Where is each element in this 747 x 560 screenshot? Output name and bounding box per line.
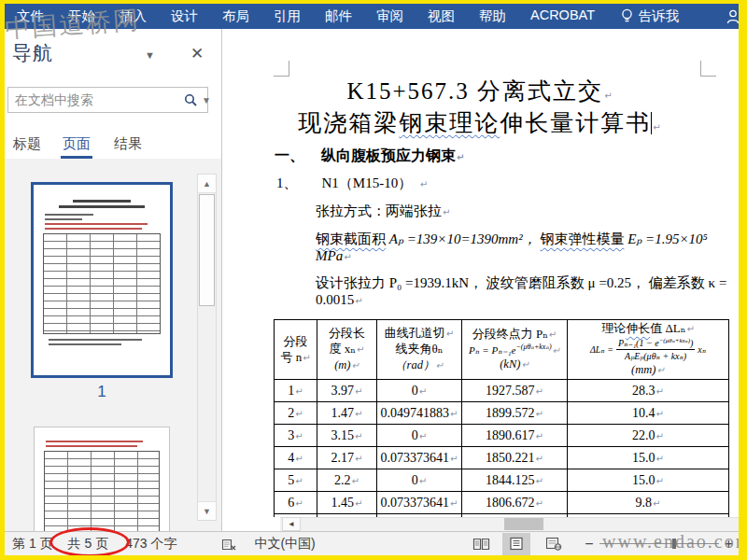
doc-line-tension-method: 张拉方式：两端张拉↵ (316, 203, 739, 220)
table-cell: 9.8↵ (568, 492, 729, 514)
table-cell: 4↵ (275, 447, 317, 469)
hscroll-left-arrow-icon[interactable]: ◄ (282, 517, 301, 531)
doc-title-line2: 现浇箱梁钢束理论伸长量计算书↵ (222, 107, 739, 138)
nav-tab-results[interactable]: 结果 (114, 135, 142, 153)
table-row: 1↵3.97↵0↵1927.587↵28.3↵ (275, 380, 729, 402)
doc-line-design-force: 设计张拉力 P₀ =1939.1kN， 波纹管磨阻系数 μ =0.25， 偏差系… (316, 274, 739, 308)
web-layout-view-button[interactable] (540, 533, 568, 555)
zoom-slider[interactable] (599, 543, 719, 544)
tell-me-button[interactable]: 告诉我 (612, 7, 689, 25)
table-cell: 5↵ (275, 469, 317, 492)
doc-item-n1: 1、N1（M15-10） ↵ (276, 175, 739, 192)
word-window: 文件开始插入设计布局引用邮件审阅视图帮助ACROBAT 告诉我 导航 (0, 0, 747, 560)
nav-scroll-thumb[interactable] (199, 194, 215, 306)
table-cell: 0.049741883↵ (377, 402, 462, 425)
table-cell: 22.0↵ (568, 425, 729, 447)
table-cell: 2.17↵ (317, 447, 377, 469)
navigation-pane: 导航 ▼ ✕ ▼ 标题 页面 结果 (5, 29, 222, 531)
table-cell: 1↵ (275, 380, 317, 402)
nav-tab-pages[interactable]: 页面 (63, 135, 91, 153)
ribbon-tab-10[interactable]: 帮助 (467, 7, 518, 25)
table-cell: 15.0↵ (568, 447, 729, 469)
search-dropdown-caret-icon[interactable]: ▼ (202, 95, 211, 105)
ribbon-tab-bar: 文件开始插入设计布局引用邮件审阅视图帮助ACROBAT 告诉我 (5, 4, 739, 29)
status-language[interactable]: 中文(中国) (254, 536, 315, 553)
page-thumbnail-1[interactable] (31, 182, 173, 378)
table-cell: 15.0↵ (568, 469, 729, 492)
table-cell: 2.2↵ (317, 469, 377, 492)
nav-scrollbar[interactable]: ▲ ▼ (197, 174, 217, 521)
table-row: 5↵2.2↵0↵1844.125↵15.0↵ (275, 469, 729, 492)
table-cell: 3.97↵ (317, 380, 377, 402)
nav-search-box: ▼ (7, 87, 208, 113)
proofing-errors-icon[interactable] (221, 536, 237, 552)
zoom-slider-handle[interactable] (672, 539, 676, 549)
zoom-out-button[interactable]: − (579, 536, 599, 553)
page-thumbnails-area: 1 ▲ ▼ (5, 159, 221, 531)
share-person-icon[interactable] (726, 7, 744, 24)
ribbon-tab-8[interactable]: 审阅 (364, 7, 416, 25)
page-thumbnail-1-label: 1 (31, 383, 173, 401)
document-page[interactable]: K15+567.3 分离式立交↵ 现浇箱梁钢束理论伸长量计算书↵ 一、纵向腹板预… (222, 29, 739, 517)
table-cell: 6↵ (275, 492, 317, 514)
table-cell: 0↵ (377, 380, 462, 402)
ribbon-tab-5[interactable]: 布局 (210, 7, 261, 25)
doc-line-area-modulus: 钢束截面积 Aₚ =139×10=1390mm²， 钢束弹性模量 Eₚ =1.9… (316, 231, 739, 264)
table-cell: 1806.672↵ (462, 492, 568, 514)
lightbulb-icon (621, 8, 633, 25)
table-row: 2↵1.47↵0.049741883↵1899.572↵10.4↵ (275, 402, 729, 425)
table-cell: 1850.221↵ (462, 447, 568, 469)
table-row: 3↵3.15↵0↵1890.617↵22.0↵ (275, 425, 729, 447)
ribbon-tab-3[interactable]: 插入 (107, 7, 159, 25)
ribbon-tab-7[interactable]: 邮件 (313, 7, 364, 25)
table-cell: 2↵ (275, 402, 317, 425)
nav-pane-menu-caret-icon[interactable]: ▼ (145, 49, 155, 61)
nav-tabs: 标题 页面 结果 (5, 132, 222, 160)
col-header-end-force: 分段终点力 Pₙ↵ Pₙ = Pₙ₋₁e−(μθₙ+kxₙ)↵ (kN)↵ (462, 320, 568, 380)
ribbon-tab-4[interactable]: 设计 (159, 7, 210, 25)
nav-pane-title: 导航 (12, 40, 53, 66)
search-icon[interactable] (184, 91, 198, 108)
ribbon-tabs: 文件开始插入设计布局引用邮件审阅视图帮助ACROBAT (5, 7, 607, 25)
status-word-count[interactable]: 473 个字 (125, 536, 176, 553)
table-cell: 0↵ (377, 425, 462, 447)
table-cell: 1.45↵ (317, 492, 377, 514)
nav-scroll-up-icon[interactable]: ▲ (198, 175, 216, 193)
page-thumbnail-2[interactable] (34, 427, 170, 531)
zoom-in-button[interactable]: + (719, 536, 739, 553)
tell-me-label: 告诉我 (639, 7, 680, 25)
table-cell: 0.073373641↵ (377, 492, 462, 514)
status-page-indicator[interactable]: 第 1 页 (12, 536, 53, 553)
table-cell: 10.4↵ (568, 402, 729, 425)
read-mode-view-button[interactable] (467, 533, 495, 555)
table-header-row: 分段 号 n↵ 分段长 度 xₙ↵ (m)↵ 曲线孔道切↵ 线夹角θₙ （rad… (275, 320, 729, 380)
table-cell: 1899.572↵ (462, 402, 568, 425)
ribbon-tab-2[interactable]: 开始 (56, 7, 107, 25)
nav-scroll-down-icon[interactable]: ▼ (198, 501, 216, 520)
hscroll-thumb[interactable] (504, 518, 543, 530)
status-page-total[interactable]: 共 5 页 (68, 536, 109, 553)
ribbon-tab-1[interactable]: 文件 (5, 7, 56, 25)
table-cell: 3.15↵ (317, 425, 377, 447)
table-cell: 1890.617↵ (462, 425, 568, 447)
table-cell: 0↵ (377, 469, 462, 492)
nav-tab-headings[interactable]: 标题 (13, 135, 41, 153)
margin-cropmark-topright (700, 61, 716, 77)
table-cell: 0.073373641↵ (377, 447, 462, 469)
ribbon-tab-6[interactable]: 引用 (261, 7, 313, 25)
col-header-tangent-angle: 曲线孔道切↵ 线夹角θₙ （rad）↵ (377, 320, 462, 380)
table-cell: 1927.587↵ (462, 380, 568, 402)
calculation-table: 分段 号 n↵ 分段长 度 xₙ↵ (m)↵ 曲线孔道切↵ 线夹角θₙ （rad… (274, 319, 729, 517)
doc-heading-1: 一、纵向腹板预应力钢束↵ (275, 147, 739, 166)
table-cell: 1844.125↵ (462, 469, 568, 492)
print-layout-view-button[interactable] (502, 533, 530, 555)
search-input[interactable] (8, 92, 184, 107)
table-cell: 1.47↵ (317, 402, 377, 425)
ribbon-tab-9[interactable]: 视图 (416, 7, 467, 25)
ribbon-tab-11[interactable]: ACROBAT (518, 7, 607, 25)
col-header-segment-no: 分段 号 n↵ (275, 320, 317, 380)
nav-pane-close-icon[interactable]: ✕ (190, 44, 204, 63)
table-row: 4↵2.17↵0.073373641↵1850.221↵15.0↵ (275, 447, 729, 469)
doc-horizontal-scrollbar[interactable]: ◄ (222, 517, 739, 531)
table-cell: 3↵ (275, 425, 317, 447)
